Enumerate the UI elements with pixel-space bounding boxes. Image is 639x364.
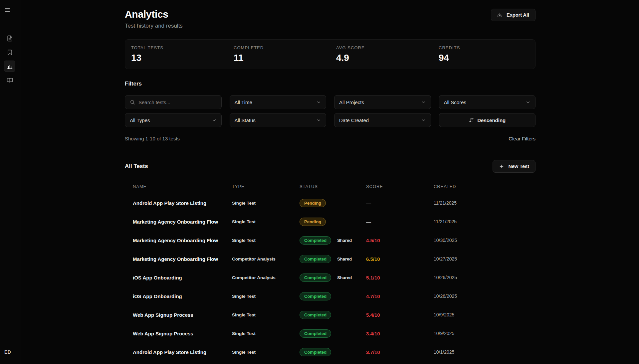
- test-created-date: 10/1/2025: [434, 349, 533, 355]
- test-name: Marketing Agency Onboarding Flow: [133, 256, 232, 262]
- column-header-name: NAME: [133, 184, 232, 189]
- test-name: Marketing Agency Onboarding Flow: [133, 238, 232, 243]
- page-title: Analytics: [125, 9, 183, 20]
- table-row[interactable]: Marketing Agency Onboarding Flow Single …: [125, 231, 535, 250]
- test-created-date: 10/27/2025: [434, 256, 533, 262]
- page-subtitle: Test history and results: [125, 23, 183, 29]
- table-row[interactable]: Marketing Agency Onboarding Flow Single …: [125, 212, 535, 231]
- stat-credits: CREDITS 94: [433, 45, 535, 63]
- sort-by-dropdown[interactable]: Date Created: [334, 113, 431, 127]
- export-all-label: Export All: [507, 12, 529, 18]
- stat-avg-score: AVG SCORE 4.9: [330, 45, 433, 63]
- tests-table-body: Android App Play Store Listing Single Te…: [125, 194, 535, 364]
- test-created-date: 11/21/2025: [434, 200, 533, 206]
- table-row[interactable]: iOS App Onboarding Competitor Analysis C…: [125, 268, 535, 287]
- bookmark-icon: [7, 49, 13, 56]
- new-test-button[interactable]: New Test: [493, 160, 535, 173]
- test-status-cell: Completed Shared: [300, 273, 366, 282]
- project-filter-dropdown[interactable]: All Projects: [334, 95, 431, 109]
- test-score: 4.5/10: [366, 238, 434, 243]
- test-score: 5.4/10: [366, 312, 434, 318]
- sort-descending-icon: [469, 117, 474, 123]
- tests-section-header: All Tests New Test: [125, 160, 535, 173]
- stat-total-tests: TOTAL TESTS 13: [125, 45, 228, 63]
- test-status-cell: Pending: [300, 199, 366, 207]
- test-type: Single Test: [232, 312, 300, 317]
- test-status-cell: Completed: [300, 329, 366, 338]
- stats-card: TOTAL TESTS 13 COMPLETED 11 AVG SCORE 4.…: [125, 39, 535, 69]
- table-row[interactable]: Android App Play Store Listing Single Te…: [125, 343, 535, 361]
- export-all-button[interactable]: Export All: [491, 9, 535, 21]
- test-status-cell: Pending: [300, 218, 366, 226]
- dropdown-value: All Scores: [444, 99, 467, 105]
- test-created-date: 10/26/2025: [434, 293, 533, 299]
- sidebar-item-documents[interactable]: [4, 33, 15, 44]
- chevron-down-icon: [421, 100, 426, 105]
- column-header-status: STATUS: [300, 184, 366, 189]
- test-type: Single Test: [232, 238, 300, 243]
- test-created-date: 10/9/2025: [434, 312, 533, 317]
- stat-label: COMPLETED: [234, 45, 324, 50]
- test-status-cell: Completed Shared: [300, 236, 366, 245]
- chevron-down-icon: [421, 118, 426, 123]
- test-score: 3.7/10: [366, 349, 434, 355]
- status-badge: Completed: [300, 255, 331, 263]
- table-row[interactable]: Web App Signup Process Single Test Compl…: [125, 305, 535, 324]
- table-row[interactable]: Marketing Agency Onboarding Flow Single …: [125, 361, 535, 364]
- test-name: Web App Signup Process: [133, 331, 232, 336]
- main-content: Analytics Test history and results Expor…: [21, 0, 639, 364]
- test-name: Web App Signup Process: [133, 312, 232, 318]
- app-root: ED Analytics Test history and results Ex…: [0, 0, 639, 364]
- table-row[interactable]: Marketing Agency Onboarding Flow Competi…: [125, 250, 535, 268]
- sidebar-item-bookmarks[interactable]: [4, 47, 15, 58]
- test-type: Competitor Analysis: [232, 275, 300, 280]
- file-text-icon: [7, 35, 13, 42]
- time-filter-dropdown[interactable]: All Time: [230, 95, 326, 109]
- sort-direction-label: Descending: [477, 117, 506, 123]
- table-row[interactable]: Web App Signup Process Single Test Compl…: [125, 324, 535, 343]
- score-filter-dropdown[interactable]: All Scores: [439, 95, 536, 109]
- status-badge: Completed: [300, 311, 331, 319]
- test-score: 5.1/10: [366, 275, 434, 280]
- chevron-down-icon: [212, 118, 217, 123]
- stat-label: AVG SCORE: [336, 45, 427, 50]
- sidebar-item-docs[interactable]: [4, 75, 15, 86]
- column-header-created: CREATED: [434, 184, 533, 189]
- table-row[interactable]: Android App Play Store Listing Single Te…: [125, 194, 535, 212]
- test-name: iOS App Onboarding: [133, 293, 232, 299]
- table-row[interactable]: iOS App Onboarding Single Test Completed…: [125, 287, 535, 305]
- tests-section-title: All Tests: [125, 163, 148, 170]
- avatar[interactable]: ED: [4, 349, 11, 355]
- status-badge: Completed: [300, 273, 331, 282]
- download-icon: [497, 12, 503, 18]
- test-type: Competitor Analysis: [232, 257, 300, 262]
- shared-tag: Shared: [337, 238, 352, 243]
- search-input[interactable]: [125, 95, 222, 109]
- sidebar-item-analytics[interactable]: [4, 61, 15, 72]
- stat-value: 4.9: [336, 53, 427, 63]
- sort-direction-button[interactable]: Descending: [439, 113, 536, 127]
- test-status-cell: Completed Shared: [300, 255, 366, 263]
- status-filter-dropdown[interactable]: All Status: [230, 113, 326, 127]
- search-icon: [130, 99, 135, 105]
- test-status-cell: Completed: [300, 348, 366, 356]
- new-test-label: New Test: [508, 164, 529, 169]
- test-created-date: 10/30/2025: [434, 238, 533, 243]
- stat-value: 94: [439, 53, 529, 63]
- test-score: 6.5/10: [366, 256, 434, 262]
- menu-icon[interactable]: [4, 7, 11, 13]
- filters-meta: Showing 1-10 of 13 tests Clear Filters: [125, 136, 535, 141]
- clear-filters-link[interactable]: Clear Filters: [509, 136, 535, 141]
- type-filter-dropdown[interactable]: All Types: [125, 113, 222, 127]
- stat-label: CREDITS: [439, 45, 529, 50]
- filter-grid: All Time All Projects All Scores All Typ…: [125, 95, 535, 127]
- showing-count: Showing 1-10 of 13 tests: [125, 136, 180, 141]
- status-badge: Pending: [300, 199, 326, 207]
- chevron-down-icon: [316, 100, 321, 105]
- search-field[interactable]: [138, 99, 217, 105]
- test-score: 4.7/10: [366, 293, 434, 299]
- table-header: NAME TYPE STATUS SCORE CREATED: [125, 184, 535, 194]
- test-type: Single Test: [232, 201, 300, 206]
- test-type: Single Test: [232, 331, 300, 336]
- book-open-icon: [7, 77, 13, 84]
